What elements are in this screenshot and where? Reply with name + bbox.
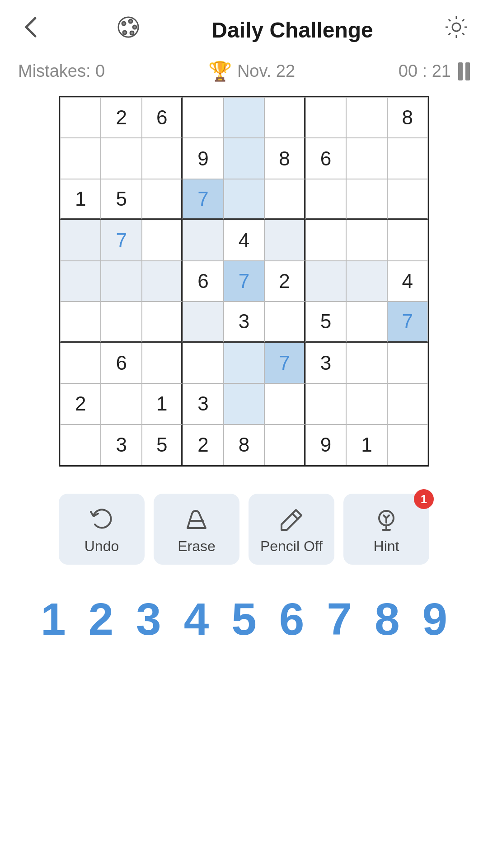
cell-r0-c0[interactable] (60, 97, 101, 138)
cell-r5-c2[interactable] (142, 302, 183, 342)
cell-r5-c3[interactable] (183, 302, 223, 342)
cell-r3-c8[interactable] (387, 220, 428, 260)
cell-r2-c6[interactable] (305, 179, 346, 220)
cell-r2-c5[interactable] (264, 179, 305, 220)
cell-r6-c0[interactable] (60, 343, 101, 383)
cell-r3-c4[interactable]: 4 (224, 220, 264, 260)
cell-r0-c5[interactable] (264, 97, 305, 138)
cell-r4-c4[interactable]: 7 (224, 261, 264, 302)
cell-r6-c1[interactable]: 6 (101, 343, 141, 383)
cell-r2-c1[interactable]: 5 (101, 179, 141, 220)
undo-button[interactable]: Undo (59, 494, 145, 565)
cell-r3-c3[interactable] (183, 220, 223, 260)
cell-r8-c0[interactable] (60, 425, 101, 465)
cell-r8-c1[interactable]: 3 (101, 425, 141, 465)
erase-button[interactable]: Erase (154, 494, 239, 565)
cell-r6-c5[interactable]: 7 (264, 343, 305, 383)
cell-r8-c8[interactable] (387, 425, 428, 465)
cell-r7-c6[interactable] (305, 383, 346, 424)
num-btn-6[interactable]: 6 (270, 592, 314, 646)
pause-button[interactable] (458, 62, 470, 80)
cell-r2-c2[interactable] (142, 179, 183, 220)
cell-r6-c3[interactable] (183, 343, 223, 383)
cell-r0-c4[interactable] (224, 97, 264, 138)
cell-r7-c7[interactable] (346, 383, 387, 424)
cell-r7-c0[interactable]: 2 (60, 383, 101, 424)
cell-r5-c7[interactable] (346, 302, 387, 342)
cell-r0-c6[interactable] (305, 97, 346, 138)
cell-r7-c2[interactable]: 1 (142, 383, 183, 424)
num-btn-5[interactable]: 5 (222, 592, 266, 646)
cell-r1-c3[interactable]: 9 (183, 138, 223, 179)
cell-r1-c7[interactable] (346, 138, 387, 179)
cell-r4-c1[interactable] (101, 261, 141, 302)
cell-r1-c1[interactable] (101, 138, 141, 179)
cell-r6-c8[interactable] (387, 343, 428, 383)
hint-label: Hint (374, 538, 399, 555)
cell-r6-c2[interactable] (142, 343, 183, 383)
pencil-button[interactable]: Pencil Off (249, 494, 334, 565)
cell-r0-c3[interactable] (183, 97, 223, 138)
cell-r2-c8[interactable] (387, 179, 428, 220)
cell-r4-c0[interactable] (60, 261, 101, 302)
cell-r5-c0[interactable] (60, 302, 101, 342)
cell-r3-c6[interactable] (305, 220, 346, 260)
num-btn-9[interactable]: 9 (413, 592, 457, 646)
cell-r8-c3[interactable]: 2 (183, 425, 223, 465)
cell-r8-c4[interactable]: 8 (224, 425, 264, 465)
cell-r5-c5[interactable] (264, 302, 305, 342)
hint-button[interactable]: 1 Hint (343, 494, 429, 565)
cell-r6-c6[interactable]: 3 (305, 343, 346, 383)
cell-r4-c7[interactable] (346, 261, 387, 302)
cell-r0-c7[interactable] (346, 97, 387, 138)
cell-r0-c1[interactable]: 2 (101, 97, 141, 138)
cell-r7-c4[interactable] (224, 383, 264, 424)
cell-r6-c4[interactable] (224, 343, 264, 383)
cell-r5-c6[interactable]: 5 (305, 302, 346, 342)
cell-r7-c8[interactable] (387, 383, 428, 424)
cell-r4-c5[interactable]: 2 (264, 261, 305, 302)
cell-r4-c8[interactable]: 4 (387, 261, 428, 302)
num-btn-3[interactable]: 3 (127, 592, 170, 646)
num-btn-2[interactable]: 2 (80, 592, 123, 646)
cell-r1-c2[interactable] (142, 138, 183, 179)
cell-r3-c2[interactable] (142, 220, 183, 260)
cell-r3-c0[interactable] (60, 220, 101, 260)
cell-r8-c5[interactable] (264, 425, 305, 465)
cell-r4-c3[interactable]: 6 (183, 261, 223, 302)
num-btn-8[interactable]: 8 (366, 592, 409, 646)
cell-r5-c4[interactable]: 3 (224, 302, 264, 342)
cell-r1-c8[interactable] (387, 138, 428, 179)
back-button[interactable] (18, 14, 45, 47)
cell-r2-c0[interactable]: 1 (60, 179, 101, 220)
cell-r3-c7[interactable] (346, 220, 387, 260)
cell-r7-c1[interactable] (101, 383, 141, 424)
cell-r5-c1[interactable] (101, 302, 141, 342)
cell-r1-c5[interactable]: 8 (264, 138, 305, 179)
cell-r1-c4[interactable] (224, 138, 264, 179)
cell-r2-c4[interactable] (224, 179, 264, 220)
cell-r3-c1[interactable]: 7 (101, 220, 141, 260)
cell-r0-c8[interactable]: 8 (387, 97, 428, 138)
palette-button[interactable] (115, 14, 142, 47)
settings-button[interactable] (443, 14, 470, 47)
cell-r2-c3[interactable]: 7 (183, 179, 223, 220)
cell-r8-c7[interactable]: 1 (346, 425, 387, 465)
cell-r8-c6[interactable]: 9 (305, 425, 346, 465)
cell-r1-c6[interactable]: 6 (305, 138, 346, 179)
cell-r4-c6[interactable] (305, 261, 346, 302)
cell-r7-c3[interactable]: 3 (183, 383, 223, 424)
cell-r2-c7[interactable] (346, 179, 387, 220)
cell-r1-c0[interactable] (60, 138, 101, 179)
cell-r8-c2[interactable]: 5 (142, 425, 183, 465)
header: Daily Challenge (0, 0, 488, 56)
cell-r0-c2[interactable]: 6 (142, 97, 183, 138)
cell-r4-c2[interactable] (142, 261, 183, 302)
cell-r7-c5[interactable] (264, 383, 305, 424)
cell-r6-c7[interactable] (346, 343, 387, 383)
cell-r5-c8[interactable]: 7 (387, 302, 428, 342)
num-btn-4[interactable]: 4 (175, 592, 218, 646)
cell-r3-c5[interactable] (264, 220, 305, 260)
num-btn-1[interactable]: 1 (32, 592, 75, 646)
num-btn-7[interactable]: 7 (318, 592, 361, 646)
